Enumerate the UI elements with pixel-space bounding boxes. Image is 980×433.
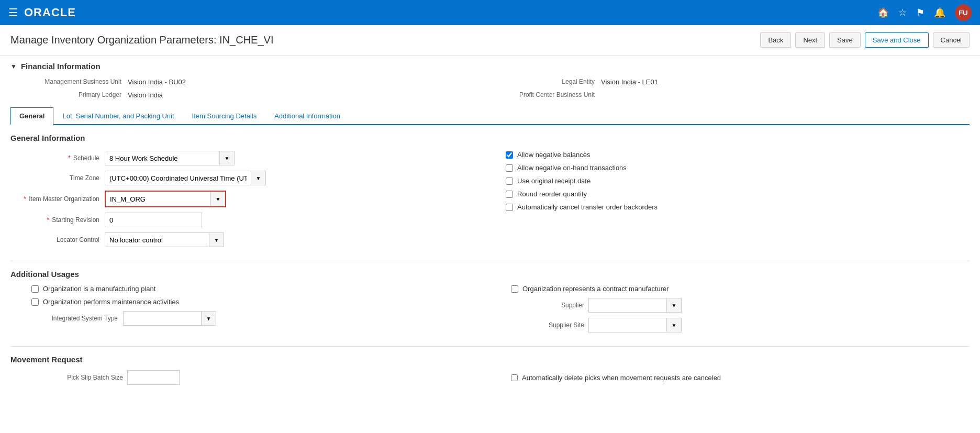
starting-revision-input[interactable] xyxy=(105,213,202,227)
auto-delete-picks-label: Automatically delete picks when movement… xyxy=(522,374,721,382)
manufacturing-plant-checkbox[interactable] xyxy=(31,285,39,293)
supplier-field-wrapper: ▼ xyxy=(588,298,682,313)
avatar[interactable]: FU xyxy=(955,4,972,21)
auto-cancel-backorders-row: Automatically cancel transfer order back… xyxy=(506,203,970,211)
locator-control-row: Locator Control ▼ xyxy=(10,232,480,247)
contract-manufacturer-label: Organization represents a contract manuf… xyxy=(522,285,669,293)
locator-control-dropdown-button[interactable]: ▼ xyxy=(209,232,224,247)
use-original-receipt-row: Use original receipt date xyxy=(506,177,970,185)
legal-entity-value: Vision India - LE01 xyxy=(601,77,970,86)
time-zone-field-wrapper: ▼ xyxy=(105,171,266,185)
auto-delete-picks-checkbox[interactable] xyxy=(511,374,518,381)
allow-negative-on-hand-label: Allow negative on-hand transactions xyxy=(517,164,627,172)
locator-control-wrapper: ▼ xyxy=(105,232,224,247)
integrated-system-type-row: Integrated System Type ▼ xyxy=(31,311,490,326)
tab-item-sourcing[interactable]: Item Sourcing Details xyxy=(183,107,266,125)
allow-negative-balances-checkbox[interactable] xyxy=(506,151,513,159)
time-zone-dropdown-button[interactable]: ▼ xyxy=(251,171,266,185)
supplier-site-field-wrapper: ▼ xyxy=(588,318,682,332)
integrated-system-type-label: Integrated System Type xyxy=(31,315,123,322)
tab-content-general: General Information * Schedule ▼ xyxy=(10,125,970,393)
maintenance-activities-row: Organization performs maintenance activi… xyxy=(31,298,490,306)
additional-usages-grid: Organization is a manufacturing plant Or… xyxy=(10,285,970,338)
integrated-system-type-dropdown-button[interactable]: ▼ xyxy=(202,311,216,326)
oracle-logo: ORACLE xyxy=(24,6,76,19)
schedule-required-star: * xyxy=(68,154,71,162)
supplier-site-dropdown-button[interactable]: ▼ xyxy=(667,318,682,332)
contract-manufacturer-checkbox[interactable] xyxy=(511,285,518,293)
back-button[interactable]: Back xyxy=(760,32,791,48)
item-master-org-dropdown-button[interactable]: ▼ xyxy=(210,192,225,206)
auto-cancel-backorders-checkbox[interactable] xyxy=(506,204,513,211)
schedule-label: * Schedule xyxy=(10,154,105,162)
allow-negative-balances-label: Allow negative balances xyxy=(517,151,590,159)
header-buttons: Back Next Save Save and Close Cancel xyxy=(760,32,970,48)
round-reorder-quantity-row: Round reorder quantity xyxy=(506,190,970,198)
tab-lot-serial[interactable]: Lot, Serial Number, and Packing Unit xyxy=(53,107,183,125)
schedule-dropdown-button[interactable]: ▼ xyxy=(220,151,235,165)
tab-additional-information[interactable]: Additional Information xyxy=(265,107,349,125)
financial-information-grid: Management Business Unit Vision India - … xyxy=(10,75,970,107)
time-zone-input[interactable] xyxy=(105,171,251,185)
use-original-receipt-date-checkbox[interactable] xyxy=(506,177,513,185)
profit-center-label: Profit Center Business Unit xyxy=(496,90,601,99)
movement-request-section: Movement Request Pick Slip Batch Size Au… xyxy=(10,346,970,385)
movement-request-title: Movement Request xyxy=(10,355,970,364)
cancel-button[interactable]: Cancel xyxy=(933,32,970,48)
save-and-close-button[interactable]: Save and Close xyxy=(865,32,929,48)
home-icon[interactable]: 🏠 xyxy=(877,7,889,18)
top-navigation: ☰ ORACLE 🏠 ☆ ⚑ 🔔 FU xyxy=(0,0,980,25)
item-master-org-wrapper: ▼ xyxy=(105,191,226,207)
maintenance-activities-checkbox[interactable] xyxy=(31,298,39,306)
primary-ledger-label: Primary Ledger xyxy=(23,90,128,99)
financial-information-section[interactable]: ▼ Financial Information xyxy=(10,55,970,75)
pick-slip-batch-size-row: Pick Slip Batch Size xyxy=(31,370,490,385)
form-left-column: * Schedule ▼ Time Zone ▼ xyxy=(10,151,480,252)
legal-entity-label: Legal Entity xyxy=(496,77,601,86)
star-icon[interactable]: ☆ xyxy=(898,7,907,18)
supplier-site-input[interactable] xyxy=(588,318,667,332)
tab-general[interactable]: General xyxy=(10,107,53,125)
movement-request-grid: Pick Slip Batch Size Automatically delet… xyxy=(10,370,970,385)
schedule-field-wrapper: ▼ xyxy=(105,151,235,165)
primary-ledger-value: Vision India xyxy=(128,90,496,99)
additional-usages-right: Organization represents a contract manuf… xyxy=(511,285,970,338)
allow-negative-balances-row: Allow negative balances xyxy=(506,151,970,159)
tabs: General Lot, Serial Number, and Packing … xyxy=(10,107,970,125)
starting-revision-required-star: * xyxy=(47,216,49,224)
nav-icons: 🏠 ☆ ⚑ 🔔 FU xyxy=(877,4,972,21)
auto-cancel-backorders-label: Automatically cancel transfer order back… xyxy=(517,203,658,211)
supplier-site-label: Supplier Site xyxy=(511,321,584,329)
pick-slip-batch-size-input[interactable] xyxy=(127,370,180,385)
supplier-dropdown-button[interactable]: ▼ xyxy=(667,298,682,313)
hamburger-menu[interactable]: ☰ xyxy=(8,6,18,19)
round-reorder-quantity-label: Round reorder quantity xyxy=(517,190,587,198)
expand-triangle-icon: ▼ xyxy=(10,63,17,70)
item-master-org-label: * Item Master Organization xyxy=(10,195,105,203)
item-master-required-star: * xyxy=(24,195,26,203)
locator-control-input[interactable] xyxy=(105,232,209,247)
next-button[interactable]: Next xyxy=(795,32,825,48)
financial-information-title: Financial Information xyxy=(21,62,101,71)
supplier-label: Supplier xyxy=(511,302,584,309)
main-content: ▼ Financial Information Management Busin… xyxy=(0,55,980,404)
general-information-form: * Schedule ▼ Time Zone ▼ xyxy=(10,151,970,252)
bell-icon[interactable]: 🔔 xyxy=(934,7,945,18)
schedule-input[interactable] xyxy=(105,151,220,165)
manufacturing-plant-label: Organization is a manufacturing plant xyxy=(43,285,155,293)
maintenance-activities-label: Organization performs maintenance activi… xyxy=(43,298,179,306)
item-master-org-input[interactable] xyxy=(106,192,210,206)
supplier-input[interactable] xyxy=(588,298,667,313)
round-reorder-quantity-checkbox[interactable] xyxy=(506,191,513,198)
time-zone-label: Time Zone xyxy=(10,174,105,182)
supplier-row: Supplier ▼ xyxy=(511,298,970,313)
save-button[interactable]: Save xyxy=(829,32,861,48)
general-information-title: General Information xyxy=(10,134,970,142)
form-right-column: Allow negative balances Allow negative o… xyxy=(500,151,970,252)
management-business-unit-label: Management Business Unit xyxy=(23,77,128,86)
allow-negative-on-hand-checkbox[interactable] xyxy=(506,164,513,172)
supplier-site-row: Supplier Site ▼ xyxy=(511,318,970,332)
flag-icon[interactable]: ⚑ xyxy=(916,7,925,18)
pick-slip-batch-size-label: Pick Slip Batch Size xyxy=(31,374,123,381)
integrated-system-type-input[interactable] xyxy=(123,311,202,326)
